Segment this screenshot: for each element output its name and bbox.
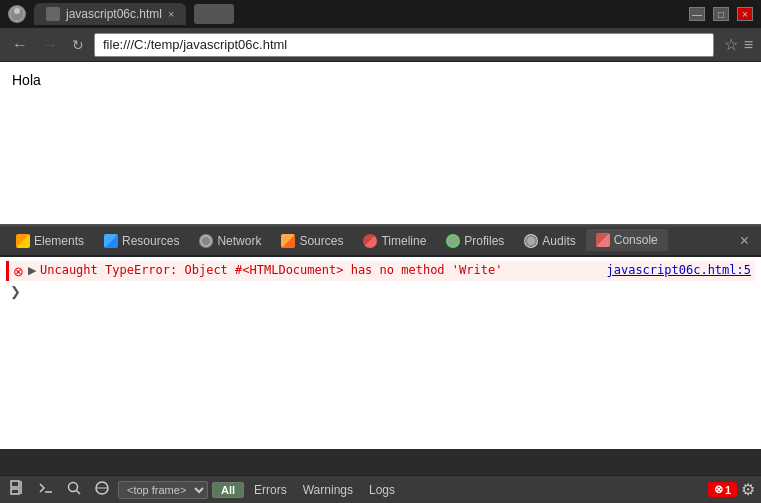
devtools-panel: Elements Resources Network Sources Timel… [0,225,761,449]
svg-point-1 [14,8,20,14]
bottom-toolbar: <top frame> All Errors Warnings Logs ⊗ 1… [0,475,761,503]
console-prompt-line: ❯ [6,282,755,301]
tab-profiles[interactable]: Profiles [436,230,514,252]
device-icon [94,480,110,496]
error-count-value: 1 [725,484,731,496]
tab-timeline-label: Timeline [381,234,426,248]
tab-favicon [46,7,60,21]
filter-logs-tab[interactable]: Logs [363,481,401,499]
filter-all-button[interactable]: All [212,482,244,498]
browser-icon [8,5,26,23]
svg-rect-3 [11,489,19,494]
tab-audits-label: Audits [542,234,575,248]
address-bar: ← → ↻ file:///C:/temp/javascript06c.html… [0,28,761,62]
elements-icon [16,234,30,248]
forward-button[interactable]: → [38,34,62,56]
tab-resources[interactable]: Resources [94,230,189,252]
tab-audits[interactable]: Audits [514,230,585,252]
close-window-button[interactable]: × [737,7,753,21]
devtools-close-button[interactable]: × [734,232,755,250]
sources-icon [281,234,295,248]
console-error-link[interactable]: javascript06c.html:5 [607,263,752,277]
devtools-toolbar: Elements Resources Network Sources Timel… [0,227,761,257]
frame-select[interactable]: <top frame> [118,481,208,499]
network-icon [199,234,213,248]
tab-elements-label: Elements [34,234,84,248]
url-input[interactable]: file:///C:/temp/javascript06c.html [94,33,714,57]
inspect-button[interactable] [6,478,30,502]
bookmark-icon[interactable]: ☆ [724,35,738,54]
tab-console-label: Console [614,233,658,247]
tab-network[interactable]: Network [189,230,271,252]
profiles-icon [446,234,460,248]
resources-icon [104,234,118,248]
console-icon [596,233,610,247]
back-button[interactable]: ← [8,34,32,56]
error-count-badge: ⊗ 1 [708,482,737,497]
maximize-button[interactable]: □ [713,7,729,21]
search-icon [66,480,82,496]
new-tab-area [194,4,234,24]
filter-errors-tab[interactable]: Errors [248,481,293,499]
timeline-icon [363,234,377,248]
settings-icon[interactable]: ⚙ [741,480,755,499]
console-error-entry: ⊗ ▶ Uncaught TypeError: Object #<HTMLDoc… [6,261,755,281]
tab-close-button[interactable]: × [168,8,174,20]
tab-timeline[interactable]: Timeline [353,230,436,252]
console-prompt-icon: ❯ [10,284,21,299]
window-controls: — □ × [689,7,753,21]
tab-resources-label: Resources [122,234,179,248]
bottom-right-controls: ⊗ 1 ⚙ [708,480,755,499]
menu-icon[interactable]: ≡ [744,36,753,54]
page-content: Hola [0,62,761,225]
error-icon: ⊗ [13,264,24,279]
inspect-icon [10,480,26,496]
console-area: ⊗ ▶ Uncaught TypeError: Object #<HTMLDoc… [0,257,761,449]
tab-network-label: Network [217,234,261,248]
url-text: file:///C:/temp/javascript06c.html [103,37,287,52]
filter-warnings-tab[interactable]: Warnings [297,481,359,499]
svg-rect-2 [11,481,19,487]
tab-console[interactable]: Console [586,229,668,253]
tab-sources-label: Sources [299,234,343,248]
tab-elements[interactable]: Elements [6,230,94,252]
device-button[interactable] [90,478,114,502]
expand-arrow[interactable]: ▶ [28,264,36,277]
audits-icon [524,234,538,248]
tab-title: javascript06c.html [66,7,162,21]
svg-point-6 [69,482,78,491]
search-button[interactable] [62,478,86,502]
reload-button[interactable]: ↻ [68,35,88,55]
page-text: Hola [12,72,41,88]
title-bar: javascript06c.html × — □ × [0,0,761,28]
title-bar-left: javascript06c.html × [8,3,234,25]
svg-line-7 [77,490,81,494]
browser-tab[interactable]: javascript06c.html × [34,3,186,25]
tab-profiles-label: Profiles [464,234,504,248]
error-x-icon: ⊗ [714,483,723,496]
console-icon-btn [38,480,54,496]
console-error-text: Uncaught TypeError: Object #<HTMLDocumen… [40,263,603,277]
tab-sources[interactable]: Sources [271,230,353,252]
console-btn[interactable] [34,478,58,502]
minimize-button[interactable]: — [689,7,705,21]
